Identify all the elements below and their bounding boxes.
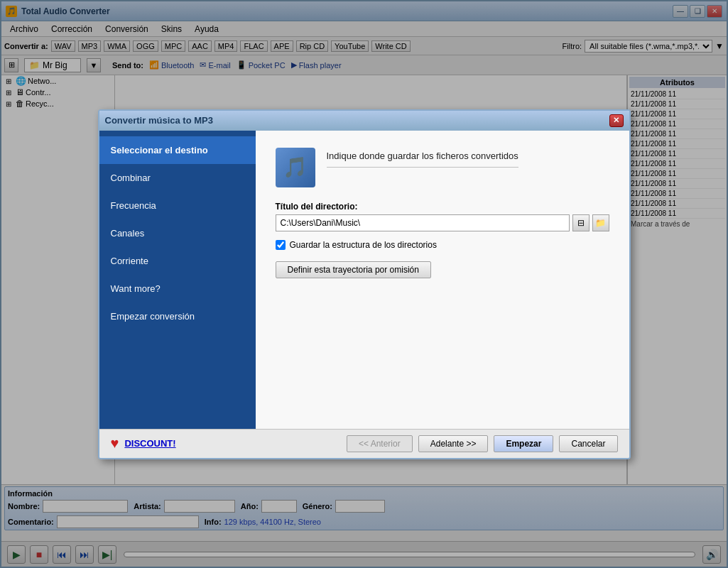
path-browse-btn1[interactable]: ⊟ (572, 214, 590, 231)
modal-close-button[interactable]: ✕ (609, 114, 624, 127)
modal-dialog: Convertir música to MP3 ✕ Seleccionar el… (98, 109, 631, 459)
modal-description-area: Indique donde guardar los ficheros conve… (327, 148, 518, 179)
path-input[interactable] (276, 214, 570, 231)
modal-icon-row: 🎵 Indique donde guardar los ficheros con… (276, 148, 609, 187)
modal-sidebar-frecuencia[interactable]: Frecuencia (99, 192, 256, 219)
discount-heart-icon: ♥ (111, 435, 119, 452)
set-default-btn[interactable]: Definir esta trayectoria por omisión (276, 261, 431, 278)
modal-sidebar-corriente[interactable]: Corriente (99, 247, 256, 275)
modal-music-icon: 🎵 (276, 148, 315, 187)
dir-label: Título del directorio: (276, 202, 609, 212)
modal-sidebar-empezar[interactable]: Empezar conversión (99, 302, 256, 330)
modal-overlay: Convertir música to MP3 ✕ Seleccionar el… (0, 0, 728, 568)
path-browse-btn2[interactable]: 📁 (592, 214, 609, 231)
dir-structure-checkbox[interactable] (276, 240, 286, 250)
modal-separator (327, 167, 518, 168)
start-button[interactable]: Empezar (494, 435, 553, 452)
modal-body: Seleccionar el destino Combinar Frecuenc… (99, 131, 629, 429)
dir-form-group: Título del directorio: ⊟ 📁 (276, 202, 609, 231)
modal-sidebar-header[interactable]: Seleccionar el destino (99, 136, 256, 164)
checkbox-label: Guardar la estructura de los directorios (290, 240, 437, 250)
prev-button[interactable]: << Anterior (347, 435, 413, 452)
modal-footer: ♥ DISCOUNT! << Anterior Adelante >> Empe… (99, 429, 629, 458)
modal-title: Convertir música to MP3 (105, 115, 213, 126)
modal-sidebar-wantmore[interactable]: Want more? (99, 275, 256, 302)
cancel-button[interactable]: Cancelar (559, 435, 617, 452)
path-input-row: ⊟ 📁 (276, 214, 609, 231)
modal-content: 🎵 Indique donde guardar los ficheros con… (256, 131, 629, 429)
modal-description: Indique donde guardar los ficheros conve… (327, 148, 518, 161)
modal-sidebar-combinar[interactable]: Combinar (99, 164, 256, 192)
modal-sidebar-canales[interactable]: Canales (99, 219, 256, 247)
checkbox-row: Guardar la estructura de los directorios (276, 240, 609, 250)
modal-title-bar: Convertir música to MP3 ✕ (99, 111, 629, 131)
next-button[interactable]: Adelante >> (418, 435, 489, 452)
discount-link[interactable]: DISCOUNT! (124, 438, 175, 449)
modal-sidebar: Seleccionar el destino Combinar Frecuenc… (99, 131, 256, 429)
